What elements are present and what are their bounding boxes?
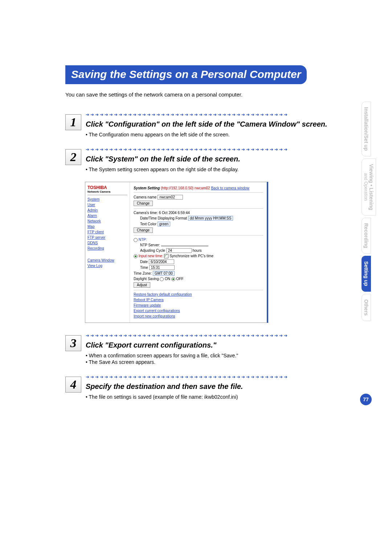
camera-name-input[interactable]: nwcam02 xyxy=(158,195,183,200)
step-title: Click "Configuration" on the left side o… xyxy=(86,119,370,129)
step-title: Click "System" on the left side of the s… xyxy=(86,154,370,164)
step-bullet: • When a confirmation screen appears for… xyxy=(86,353,370,358)
back-link[interactable]: Back to camera window xyxy=(211,186,249,190)
step-number: 1 xyxy=(65,114,81,130)
toshiba-logo: TOSHIBA xyxy=(87,185,127,190)
arrow-decoration: ➔➔➔➔➔➔➔➔➔➔➔➔➔➔➔➔➔➔➔➔➔➔➔➔➔➔➔➔➔➔➔➔➔➔➔➔➔➔➔➔… xyxy=(86,333,370,338)
sidebar-link[interactable]: Network xyxy=(87,219,127,223)
adjusting-cycle-unit: hours xyxy=(192,249,201,253)
tab-sublabel: and Operation xyxy=(363,164,368,210)
arrow-decoration: ➔➔➔➔➔➔➔➔➔➔➔➔➔➔➔➔➔➔➔➔➔➔➔➔➔➔➔➔➔➔➔➔➔➔➔➔➔➔➔➔… xyxy=(86,147,370,152)
sidebar-link[interactable]: Camera Window xyxy=(87,258,127,262)
sidebar-link[interactable]: Alarm xyxy=(87,214,127,218)
step-title: Specify the destination and then save th… xyxy=(86,382,370,391)
ntp-server-label: NTP Server: xyxy=(140,243,160,247)
page-title: Saving the Settings on a Personal Comput… xyxy=(65,65,307,84)
adjust-button[interactable]: Adjust xyxy=(134,282,150,288)
system-setting-header: System Setting xyxy=(134,186,160,190)
step-bullet: • The System setting screen appears on t… xyxy=(86,167,370,172)
camera-time-value: 6 Oct 2004 6:59:44 xyxy=(159,211,190,215)
sidebar-link[interactable]: FTP server xyxy=(87,235,127,239)
step-bullet: • The file on settings is saved (example… xyxy=(86,394,370,400)
text-color-select[interactable]: green xyxy=(158,222,171,226)
step-2: 2 ➔➔➔➔➔➔➔➔➔➔➔➔➔➔➔➔➔➔➔➔➔➔➔➔➔➔➔➔➔➔➔➔➔➔➔➔➔➔… xyxy=(65,147,370,173)
adjusting-cycle-label: Adjusting Cycle xyxy=(140,249,165,253)
step-number: 2 xyxy=(65,149,81,165)
step-title: Click "Export current configurations." xyxy=(86,340,370,350)
sidebar-link[interactable]: User xyxy=(87,203,127,207)
sidebar-link[interactable]: Map xyxy=(87,225,127,229)
date-label: Date xyxy=(140,260,148,264)
page-number-badge: 77 xyxy=(360,394,372,405)
change-button[interactable]: Change xyxy=(134,201,153,206)
step-1: 1 ➔➔➔➔➔➔➔➔➔➔➔➔➔➔➔➔➔➔➔➔➔➔➔➔➔➔➔➔➔➔➔➔➔➔➔➔➔➔… xyxy=(65,112,370,138)
reboot-link[interactable]: Reboot IP Camera xyxy=(134,298,263,302)
sidebar-link[interactable]: DDNS xyxy=(87,241,127,245)
tab-installation[interactable]: Installation/Set up xyxy=(362,102,371,156)
intro-text: You can save the settings of the network… xyxy=(65,91,370,98)
step-number: 3 xyxy=(65,335,81,351)
restore-default-link[interactable]: Restore factory default configuration xyxy=(134,292,263,296)
tab-others[interactable]: Others xyxy=(362,294,371,321)
camera-time-label: Camera's time: xyxy=(134,211,158,215)
on-label: ON xyxy=(165,277,170,281)
input-new-time-label: Input new time: xyxy=(139,254,163,258)
logo-subtitle: Network Camera xyxy=(87,190,127,195)
sidebar-link[interactable]: System xyxy=(87,197,127,201)
text-color-label: Text Color xyxy=(140,222,156,226)
dt-format-select[interactable]: dd Mmm yyyy HH:MM:SS xyxy=(188,216,233,221)
ntp-server-input[interactable] xyxy=(161,246,208,246)
header-url: (http://192.168.0.50) nwcam02 xyxy=(161,186,210,190)
arrow-decoration: ➔➔➔➔➔➔➔➔➔➔➔➔➔➔➔➔➔➔➔➔➔➔➔➔➔➔➔➔➔➔➔➔➔➔➔➔➔➔➔➔… xyxy=(86,374,370,379)
step-4: 4 ➔➔➔➔➔➔➔➔➔➔➔➔➔➔➔➔➔➔➔➔➔➔➔➔➔➔➔➔➔➔➔➔➔➔➔➔➔➔… xyxy=(65,374,370,401)
sidebar-link[interactable]: FTP client xyxy=(87,230,127,234)
ntp-label: NTP: xyxy=(139,238,147,242)
sidebar-link[interactable]: Recording xyxy=(87,246,127,250)
export-config-link[interactable]: Export current configurations xyxy=(134,309,263,313)
time-input[interactable]: 15:31 xyxy=(149,265,175,270)
dt-format-label: Date/Time Displaying Format xyxy=(140,216,187,220)
camera-name-label: Camera name xyxy=(134,195,156,199)
manual-page: ◉°○ Saving the Settings on a Personal Co… xyxy=(0,0,392,554)
tab-recording[interactable]: Recording xyxy=(362,218,371,254)
tab-label: Viewing • Listening xyxy=(368,164,374,210)
sidebar-link[interactable]: View Log xyxy=(87,264,127,268)
ntp-radio[interactable] xyxy=(134,238,138,242)
step-number: 4 xyxy=(65,377,81,393)
daylight-label: Daylight Saving xyxy=(134,277,159,281)
tab-viewing[interactable]: Viewing • Listening and Operation xyxy=(362,159,376,216)
daylight-off-radio[interactable] xyxy=(171,277,175,281)
system-setting-screenshot: TOSHIBA Network Camera System User Admin… xyxy=(85,182,268,323)
screenshot-main: System Setting (http://192.168.0.50) nwc… xyxy=(130,182,267,323)
change-button-2[interactable]: Change xyxy=(134,227,153,233)
arrow-decoration: ➔➔➔➔➔➔➔➔➔➔➔➔➔➔➔➔➔➔➔➔➔➔➔➔➔➔➔➔➔➔➔➔➔➔➔➔➔➔➔➔… xyxy=(86,112,370,117)
timezone-select[interactable]: GMT 07:00 xyxy=(153,271,175,276)
section-tabs: Installation/Set up Viewing • Listening … xyxy=(362,102,372,323)
input-new-time-radio[interactable] xyxy=(134,254,138,258)
firmware-update-link[interactable]: Firmware update xyxy=(134,303,263,307)
sync-pc-label: Synchronize with PC's time xyxy=(170,254,213,258)
step-3: 3 ➔➔➔➔➔➔➔➔➔➔➔➔➔➔➔➔➔➔➔➔➔➔➔➔➔➔➔➔➔➔➔➔➔➔➔➔➔➔… xyxy=(65,333,370,366)
daylight-on-radio[interactable] xyxy=(160,277,164,281)
sidebar-link[interactable]: Admin xyxy=(87,208,127,212)
tab-setting-up[interactable]: Setting up xyxy=(362,256,371,291)
off-label: OFF xyxy=(176,277,184,281)
sync-pc-checkbox[interactable] xyxy=(164,254,168,258)
timezone-label: Time Zone: xyxy=(134,271,152,275)
adjusting-cycle-input[interactable]: 24 xyxy=(166,248,192,253)
step-bullet: • The Save As screen appears. xyxy=(86,359,370,365)
time-label: Time xyxy=(140,266,148,270)
date-input[interactable]: 6/10/2004 xyxy=(149,259,174,264)
step-bullet: • The Configuration menu appears on the … xyxy=(86,132,370,138)
import-config-link[interactable]: Import new configurations xyxy=(134,314,263,318)
screenshot-sidebar: TOSHIBA Network Camera System User Admin… xyxy=(85,182,130,323)
